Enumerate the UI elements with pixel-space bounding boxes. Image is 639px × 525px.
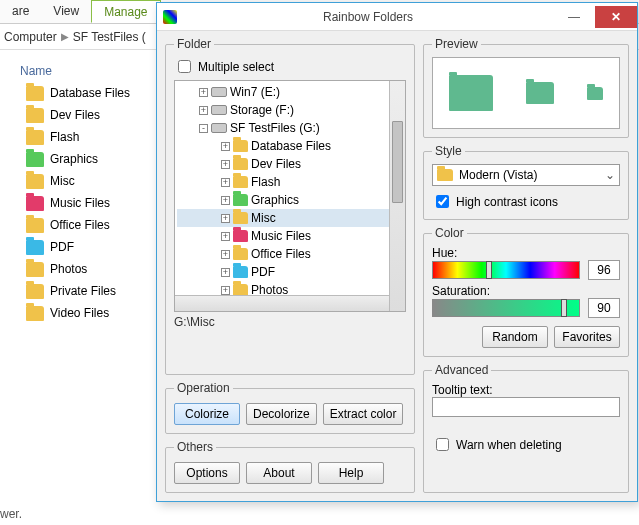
folder-icon (233, 176, 248, 188)
list-item[interactable]: Photos (20, 258, 155, 280)
list-item-label: Private Files (50, 284, 116, 298)
folder-icon (233, 194, 248, 206)
breadcrumb-part[interactable]: SF TestFiles ( (73, 30, 146, 44)
favorites-button[interactable]: Favorites (554, 326, 620, 348)
tree-folder[interactable]: +Dev Files (177, 155, 403, 173)
tree-folder[interactable]: +Office Files (177, 245, 403, 263)
folder-icon (26, 108, 44, 123)
list-item[interactable]: Misc (20, 170, 155, 192)
breadcrumb-part[interactable]: Computer (4, 30, 57, 44)
tree-drive[interactable]: +Win7 (E:) (177, 83, 403, 101)
list-item[interactable]: Video Files (20, 302, 155, 324)
ribbon-tab-view[interactable]: View (41, 0, 91, 23)
close-button[interactable]: ✕ (595, 6, 637, 28)
list-item[interactable]: Office Files (20, 214, 155, 236)
folder-icon (26, 86, 44, 101)
corner-fragment: wer. (0, 507, 22, 521)
minimize-button[interactable]: — (553, 6, 595, 28)
warn-input[interactable] (436, 438, 449, 451)
folder-icon (26, 174, 44, 189)
list-item-label: Office Files (50, 218, 110, 232)
colorize-button[interactable]: Colorize (174, 403, 240, 425)
scrollbar-vertical[interactable] (389, 81, 405, 311)
list-item[interactable]: Dev Files (20, 104, 155, 126)
tree-folder[interactable]: +Graphics (177, 191, 403, 209)
style-value: Modern (Vista) (459, 168, 537, 182)
folder-icon (26, 240, 44, 255)
decolorize-button[interactable]: Decolorize (246, 403, 317, 425)
tooltip-input[interactable] (432, 397, 620, 417)
high-contrast-checkbox[interactable]: High contrast icons (432, 192, 620, 211)
collapse-icon[interactable]: - (199, 124, 208, 133)
style-select[interactable]: Modern (Vista) ⌄ (432, 164, 620, 186)
operation-legend: Operation (174, 381, 233, 395)
titlebar[interactable]: Rainbow Folders — ✕ (157, 3, 637, 31)
saturation-slider[interactable] (432, 299, 580, 317)
tree-folder[interactable]: +PDF (177, 263, 403, 281)
ribbon-tab-share[interactable]: are (0, 0, 41, 23)
list-item[interactable]: Graphics (20, 148, 155, 170)
list-item[interactable]: PDF (20, 236, 155, 258)
drive-icon (211, 87, 227, 97)
hue-slider[interactable] (432, 261, 580, 279)
operation-group: Operation Colorize Decolorize Extract co… (165, 381, 415, 434)
chevron-down-icon: ⌄ (605, 168, 615, 182)
tree-folder[interactable]: +Music Files (177, 227, 403, 245)
random-button[interactable]: Random (482, 326, 548, 348)
preview-box (432, 57, 620, 129)
explorer-list: Name Database FilesDev FilesFlashGraphic… (20, 62, 155, 324)
tree-drive[interactable]: -SF TestFiles (G:) (177, 119, 403, 137)
options-button[interactable]: Options (174, 462, 240, 484)
expand-icon[interactable]: + (221, 160, 230, 169)
name-column-header[interactable]: Name (20, 62, 155, 82)
folder-icon (233, 230, 248, 242)
list-item[interactable]: Database Files (20, 82, 155, 104)
others-group: Others Options About Help (165, 440, 415, 493)
preview-folder-small-icon (587, 87, 603, 100)
tree-folder[interactable]: +Database Files (177, 137, 403, 155)
list-item[interactable]: Private Files (20, 280, 155, 302)
folder-tree[interactable]: +Win7 (E:)+Storage (F:)-SF TestFiles (G:… (174, 80, 406, 312)
multiple-select-input[interactable] (178, 60, 191, 73)
list-item[interactable]: Music Files (20, 192, 155, 214)
preview-folder-large-icon (449, 75, 493, 111)
color-legend: Color (432, 226, 467, 240)
expand-icon[interactable]: + (221, 286, 230, 295)
drive-icon (211, 123, 227, 133)
expand-icon[interactable]: + (199, 106, 208, 115)
tree-folder[interactable]: +Flash (177, 173, 403, 191)
folder-icon (26, 152, 44, 167)
tree-drive[interactable]: +Storage (F:) (177, 101, 403, 119)
saturation-label: Saturation: (432, 284, 620, 298)
scrollbar-horizontal[interactable] (175, 295, 389, 311)
tree-label: Flash (251, 175, 280, 189)
saturation-value[interactable]: 90 (588, 298, 620, 318)
tree-label: PDF (251, 265, 275, 279)
list-item-label: PDF (50, 240, 74, 254)
tree-folder[interactable]: +Misc (177, 209, 403, 227)
tooltip-label: Tooltip text: (432, 383, 620, 397)
expand-icon[interactable]: + (221, 214, 230, 223)
selected-path: G:\Misc (174, 315, 406, 329)
extract-color-button[interactable]: Extract color (323, 403, 404, 425)
tree-label: Database Files (251, 139, 331, 153)
expand-icon[interactable]: + (199, 88, 208, 97)
preview-folder-medium-icon (526, 82, 554, 104)
warn-checkbox[interactable]: Warn when deleting (432, 435, 620, 454)
high-contrast-input[interactable] (436, 195, 449, 208)
multiple-select-checkbox[interactable]: Multiple select (174, 57, 406, 76)
help-button[interactable]: Help (318, 462, 384, 484)
hue-value[interactable]: 96 (588, 260, 620, 280)
expand-icon[interactable]: + (221, 196, 230, 205)
ribbon-tab-manage[interactable]: Manage (91, 0, 160, 23)
expand-icon[interactable]: + (221, 268, 230, 277)
expand-icon[interactable]: + (221, 250, 230, 259)
list-item[interactable]: Flash (20, 126, 155, 148)
expand-icon[interactable]: + (221, 178, 230, 187)
tree-label: Graphics (251, 193, 299, 207)
list-item-label: Dev Files (50, 108, 100, 122)
about-button[interactable]: About (246, 462, 312, 484)
folder-icon (233, 266, 248, 278)
expand-icon[interactable]: + (221, 232, 230, 241)
expand-icon[interactable]: + (221, 142, 230, 151)
